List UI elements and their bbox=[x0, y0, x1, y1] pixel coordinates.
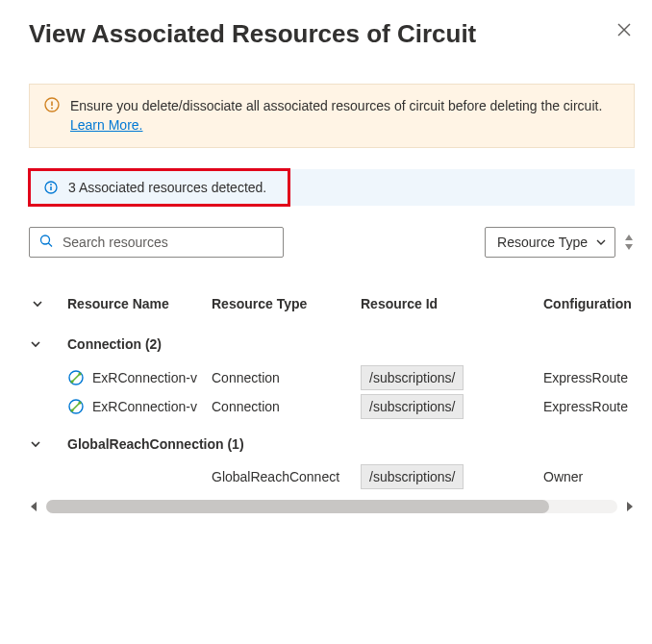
resource-name: ExRConnection-v bbox=[92, 399, 197, 414]
group-by-dropdown[interactable]: Resource Type bbox=[485, 227, 615, 258]
resource-name: ExRConnection-v bbox=[92, 370, 197, 385]
horizontal-scrollbar[interactable] bbox=[29, 500, 635, 513]
close-icon bbox=[617, 23, 631, 37]
warning-banner: Ensure you delete/dissociate all associa… bbox=[29, 84, 635, 148]
resource-type: GlobalReachConnect bbox=[212, 469, 361, 484]
chevron-down-icon bbox=[29, 337, 67, 351]
warning-text: Ensure you delete/dissociate all associa… bbox=[70, 98, 602, 113]
resource-id-box[interactable]: /subscriptions/ bbox=[361, 394, 464, 419]
group-row[interactable]: Connection (2) bbox=[29, 321, 635, 363]
svg-marker-11 bbox=[625, 244, 633, 250]
group-label: Connection (2) bbox=[67, 336, 635, 352]
svg-line-17 bbox=[72, 403, 80, 410]
col-header-type: Resource Type bbox=[212, 296, 361, 311]
svg-point-15 bbox=[78, 372, 81, 375]
search-input[interactable] bbox=[29, 227, 284, 258]
connection-icon bbox=[67, 369, 85, 386]
learn-more-link[interactable]: Learn More. bbox=[70, 117, 142, 133]
table-row: ExRConnection-v Connection /subscription… bbox=[29, 363, 635, 392]
resource-config: Owner bbox=[543, 469, 635, 484]
grid-header: Resource Name Resource Type Resource Id … bbox=[29, 296, 635, 321]
col-header-id: Resource Id bbox=[361, 296, 543, 311]
panel-title: View Associated Resources of Circuit bbox=[29, 19, 476, 49]
info-banner: 3 Associated resources detected. bbox=[29, 169, 635, 206]
svg-point-18 bbox=[70, 409, 73, 411]
svg-line-13 bbox=[72, 374, 80, 382]
table-row: ExRConnection-v Connection /subscription… bbox=[29, 392, 635, 421]
search-icon bbox=[38, 233, 54, 251]
chevron-down-icon bbox=[29, 437, 67, 451]
connection-icon bbox=[67, 398, 85, 415]
table-row: GlobalReachConnect /subscriptions/ Owner bbox=[29, 463, 635, 490]
svg-point-4 bbox=[51, 108, 53, 110]
scroll-left-icon bbox=[29, 501, 40, 512]
info-icon bbox=[43, 180, 59, 195]
expand-all-toggle[interactable] bbox=[29, 297, 67, 310]
svg-line-9 bbox=[48, 242, 52, 246]
warning-icon bbox=[43, 96, 61, 113]
group-row[interactable]: GlobalReachConnection (1) bbox=[29, 421, 635, 463]
resource-type: Connection bbox=[212, 370, 361, 385]
svg-marker-21 bbox=[627, 502, 633, 511]
resource-id-box[interactable]: /subscriptions/ bbox=[361, 365, 464, 390]
resource-config: ExpressRoute bbox=[543, 370, 635, 385]
svg-point-19 bbox=[78, 401, 81, 404]
svg-point-6 bbox=[50, 184, 52, 186]
svg-marker-10 bbox=[625, 235, 633, 240]
svg-point-14 bbox=[70, 380, 73, 383]
col-header-name: Resource Name bbox=[67, 296, 212, 311]
group-label: GlobalReachConnection (1) bbox=[67, 436, 635, 452]
resource-id-box[interactable]: /subscriptions/ bbox=[361, 464, 464, 489]
close-button[interactable] bbox=[614, 19, 635, 40]
scroll-right-icon bbox=[623, 501, 635, 512]
resource-type: Connection bbox=[212, 399, 361, 414]
group-by-selected: Resource Type bbox=[497, 235, 588, 250]
resource-config: ExpressRoute bbox=[543, 399, 635, 414]
sort-toggle[interactable] bbox=[623, 234, 635, 251]
chevron-down-icon bbox=[595, 236, 607, 248]
col-header-config: Configuration bbox=[543, 296, 635, 311]
info-text: 3 Associated resources detected. bbox=[68, 180, 266, 195]
svg-point-8 bbox=[41, 235, 50, 244]
svg-marker-20 bbox=[31, 502, 37, 511]
